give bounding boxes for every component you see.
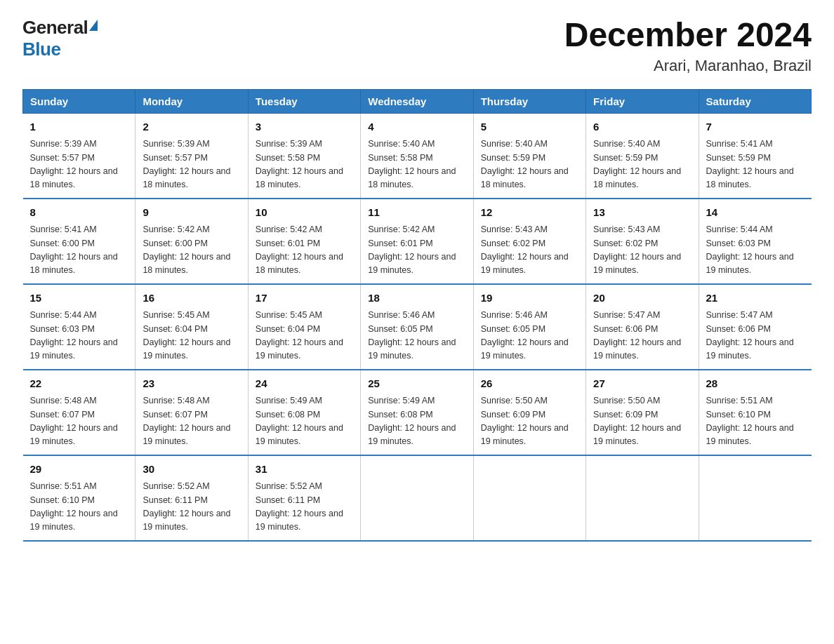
calendar-cell: 25Sunrise: 5:49 AMSunset: 6:08 PMDayligh… <box>361 370 473 455</box>
day-number: 14 <box>706 205 805 221</box>
logo-general-text: General <box>22 17 88 39</box>
day-number: 25 <box>368 376 465 392</box>
day-number: 11 <box>368 205 465 221</box>
day-number: 3 <box>256 119 353 135</box>
day-info: Sunrise: 5:42 AMSunset: 6:00 PMDaylight:… <box>143 223 240 278</box>
day-number: 10 <box>256 205 353 221</box>
day-info: Sunrise: 5:41 AMSunset: 6:00 PMDaylight:… <box>30 223 128 278</box>
weekday-header-wednesday: Wednesday <box>361 89 473 113</box>
day-info: Sunrise: 5:41 AMSunset: 5:59 PMDaylight:… <box>706 137 805 192</box>
day-info: Sunrise: 5:46 AMSunset: 6:05 PMDaylight:… <box>481 309 578 363</box>
month-title: December 2024 <box>564 17 812 54</box>
calendar-cell: 31Sunrise: 5:52 AMSunset: 6:11 PMDayligh… <box>248 455 360 541</box>
calendar-cell: 21Sunrise: 5:47 AMSunset: 6:06 PMDayligh… <box>699 284 811 370</box>
weekday-header-thursday: Thursday <box>473 89 585 113</box>
day-info: Sunrise: 5:46 AMSunset: 6:05 PMDaylight:… <box>368 309 465 363</box>
calendar-table: SundayMondayTuesdayWednesdayThursdayFrid… <box>22 89 812 542</box>
page-header: General Blue December 2024 Arari, Maranh… <box>22 17 812 75</box>
day-info: Sunrise: 5:49 AMSunset: 6:08 PMDaylight:… <box>368 394 465 449</box>
weekday-header-row: SundayMondayTuesdayWednesdayThursdayFrid… <box>23 89 812 113</box>
day-info: Sunrise: 5:39 AMSunset: 5:57 PMDaylight:… <box>30 137 128 192</box>
calendar-cell: 11Sunrise: 5:42 AMSunset: 6:01 PMDayligh… <box>361 199 473 284</box>
day-number: 18 <box>368 290 465 307</box>
weekday-header-sunday: Sunday <box>23 89 135 113</box>
location-title: Arari, Maranhao, Brazil <box>564 57 812 75</box>
weekday-header-friday: Friday <box>586 89 699 113</box>
day-number: 5 <box>481 119 578 135</box>
day-info: Sunrise: 5:52 AMSunset: 6:11 PMDaylight:… <box>256 480 353 535</box>
day-info: Sunrise: 5:52 AMSunset: 6:11 PMDaylight:… <box>143 480 240 535</box>
title-block: December 2024 Arari, Maranhao, Brazil <box>564 17 812 75</box>
calendar-cell: 19Sunrise: 5:46 AMSunset: 6:05 PMDayligh… <box>473 284 585 370</box>
day-info: Sunrise: 5:50 AMSunset: 6:09 PMDaylight:… <box>593 394 691 449</box>
day-number: 20 <box>593 290 691 307</box>
calendar-cell: 28Sunrise: 5:51 AMSunset: 6:10 PMDayligh… <box>699 370 811 455</box>
day-number: 6 <box>593 119 691 135</box>
calendar-cell <box>361 455 473 541</box>
calendar-cell: 30Sunrise: 5:52 AMSunset: 6:11 PMDayligh… <box>135 455 248 541</box>
day-info: Sunrise: 5:40 AMSunset: 5:59 PMDaylight:… <box>481 137 578 192</box>
calendar-cell: 14Sunrise: 5:44 AMSunset: 6:03 PMDayligh… <box>699 199 811 284</box>
day-number: 19 <box>481 290 578 307</box>
calendar-cell: 17Sunrise: 5:45 AMSunset: 6:04 PMDayligh… <box>248 284 360 370</box>
calendar-cell: 6Sunrise: 5:40 AMSunset: 5:59 PMDaylight… <box>586 113 699 199</box>
day-number: 7 <box>706 119 805 135</box>
calendar-cell: 29Sunrise: 5:51 AMSunset: 6:10 PMDayligh… <box>23 455 135 541</box>
calendar-cell: 24Sunrise: 5:49 AMSunset: 6:08 PMDayligh… <box>248 370 360 455</box>
day-info: Sunrise: 5:51 AMSunset: 6:10 PMDaylight:… <box>706 394 805 449</box>
day-number: 16 <box>143 290 240 307</box>
calendar-cell: 7Sunrise: 5:41 AMSunset: 5:59 PMDaylight… <box>699 113 811 199</box>
calendar-cell: 18Sunrise: 5:46 AMSunset: 6:05 PMDayligh… <box>361 284 473 370</box>
calendar-header: SundayMondayTuesdayWednesdayThursdayFrid… <box>23 89 812 113</box>
weekday-header-saturday: Saturday <box>699 89 811 113</box>
calendar-week-row: 15Sunrise: 5:44 AMSunset: 6:03 PMDayligh… <box>23 284 812 370</box>
day-info: Sunrise: 5:39 AMSunset: 5:57 PMDaylight:… <box>143 137 240 192</box>
day-number: 26 <box>481 376 578 392</box>
calendar-cell: 20Sunrise: 5:47 AMSunset: 6:06 PMDayligh… <box>586 284 699 370</box>
day-info: Sunrise: 5:42 AMSunset: 6:01 PMDaylight:… <box>368 223 465 278</box>
day-info: Sunrise: 5:42 AMSunset: 6:01 PMDaylight:… <box>256 223 353 278</box>
day-info: Sunrise: 5:47 AMSunset: 6:06 PMDaylight:… <box>593 309 691 363</box>
logo-blue-text: Blue <box>22 39 60 60</box>
calendar-cell: 5Sunrise: 5:40 AMSunset: 5:59 PMDaylight… <box>473 113 585 199</box>
calendar-cell <box>473 455 585 541</box>
calendar-cell: 8Sunrise: 5:41 AMSunset: 6:00 PMDaylight… <box>23 199 135 284</box>
day-number: 31 <box>256 462 353 478</box>
day-info: Sunrise: 5:43 AMSunset: 6:02 PMDaylight:… <box>593 223 691 278</box>
calendar-cell: 3Sunrise: 5:39 AMSunset: 5:58 PMDaylight… <box>248 113 360 199</box>
calendar-cell <box>699 455 811 541</box>
day-number: 13 <box>593 205 691 221</box>
day-info: Sunrise: 5:45 AMSunset: 6:04 PMDaylight:… <box>256 309 353 363</box>
calendar-cell: 23Sunrise: 5:48 AMSunset: 6:07 PMDayligh… <box>135 370 248 455</box>
day-number: 23 <box>143 376 240 392</box>
calendar-body: 1Sunrise: 5:39 AMSunset: 5:57 PMDaylight… <box>23 113 812 541</box>
day-info: Sunrise: 5:45 AMSunset: 6:04 PMDaylight:… <box>143 309 240 363</box>
day-number: 2 <box>143 119 240 135</box>
day-number: 22 <box>30 376 128 392</box>
calendar-cell: 9Sunrise: 5:42 AMSunset: 6:00 PMDaylight… <box>135 199 248 284</box>
day-number: 30 <box>143 462 240 478</box>
day-number: 9 <box>143 205 240 221</box>
day-info: Sunrise: 5:44 AMSunset: 6:03 PMDaylight:… <box>30 309 128 363</box>
calendar-cell: 10Sunrise: 5:42 AMSunset: 6:01 PMDayligh… <box>248 199 360 284</box>
weekday-header-tuesday: Tuesday <box>248 89 360 113</box>
day-info: Sunrise: 5:48 AMSunset: 6:07 PMDaylight:… <box>143 394 240 449</box>
day-info: Sunrise: 5:50 AMSunset: 6:09 PMDaylight:… <box>481 394 578 449</box>
calendar-cell: 22Sunrise: 5:48 AMSunset: 6:07 PMDayligh… <box>23 370 135 455</box>
calendar-week-row: 29Sunrise: 5:51 AMSunset: 6:10 PMDayligh… <box>23 455 812 541</box>
day-info: Sunrise: 5:47 AMSunset: 6:06 PMDaylight:… <box>706 309 805 363</box>
day-info: Sunrise: 5:40 AMSunset: 5:59 PMDaylight:… <box>593 137 691 192</box>
day-number: 29 <box>30 462 128 478</box>
logo-triangle-icon <box>89 20 98 31</box>
calendar-cell: 2Sunrise: 5:39 AMSunset: 5:57 PMDaylight… <box>135 113 248 199</box>
weekday-header-monday: Monday <box>135 89 248 113</box>
day-number: 24 <box>256 376 353 392</box>
calendar-cell: 26Sunrise: 5:50 AMSunset: 6:09 PMDayligh… <box>473 370 585 455</box>
day-info: Sunrise: 5:39 AMSunset: 5:58 PMDaylight:… <box>256 137 353 192</box>
day-number: 12 <box>481 205 578 221</box>
day-info: Sunrise: 5:43 AMSunset: 6:02 PMDaylight:… <box>481 223 578 278</box>
day-number: 27 <box>593 376 691 392</box>
day-info: Sunrise: 5:48 AMSunset: 6:07 PMDaylight:… <box>30 394 128 449</box>
day-number: 17 <box>256 290 353 307</box>
calendar-cell: 1Sunrise: 5:39 AMSunset: 5:57 PMDaylight… <box>23 113 135 199</box>
